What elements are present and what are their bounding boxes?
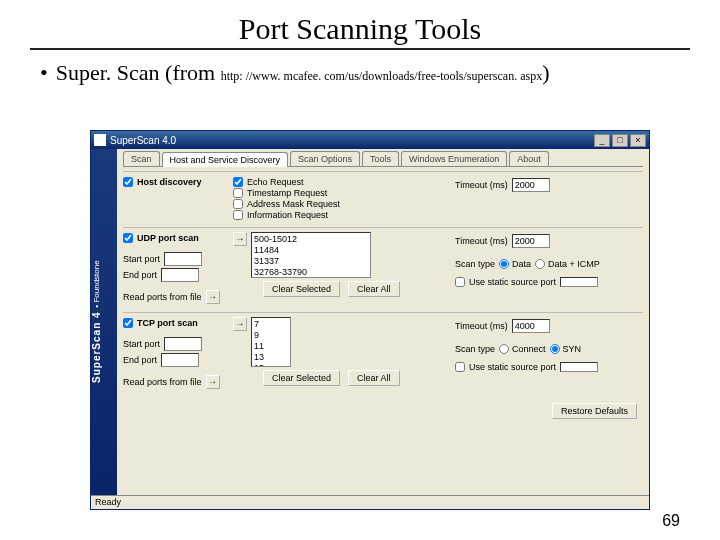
udp-end-label: End port: [123, 270, 157, 280]
maximize-button[interactable]: □: [612, 134, 628, 147]
udp-readfile-label: Read ports from file: [123, 292, 202, 302]
tcp-source-port-input[interactable]: [560, 362, 598, 372]
brand-sidebar: SuperScan 4 • Foundstone: [91, 149, 117, 495]
tcp-scan-checkbox[interactable]: TCP port scan: [123, 318, 233, 328]
divider: [30, 48, 690, 50]
tcp-readfile-button[interactable]: →: [206, 375, 220, 389]
tcp-timeout-input[interactable]: [512, 319, 550, 333]
page-number: 69: [662, 512, 680, 530]
udp-radio-data[interactable]: Data: [499, 259, 531, 269]
udp-start-input[interactable]: [164, 252, 202, 266]
host-discovery-section: Host discovery Echo Request Timestamp Re…: [123, 171, 643, 227]
close-button[interactable]: ×: [630, 134, 646, 147]
udp-timeout-input[interactable]: [512, 234, 550, 248]
tcp-section: TCP port scan Start port End port Read p…: [123, 312, 643, 397]
bullet-url: http: //www. mcafee. com/us/downloads/fr…: [221, 69, 542, 83]
tcp-scan-label: TCP port scan: [137, 318, 198, 328]
udp-clear-all-button[interactable]: Clear All: [348, 281, 400, 297]
udp-scan-label: UDP port scan: [137, 233, 199, 243]
tcp-start-input[interactable]: [164, 337, 202, 351]
tcp-scantype-label: Scan type: [455, 344, 495, 354]
host-discovery-check[interactable]: [123, 177, 133, 187]
echo-request-checkbox[interactable]: Echo Request: [233, 177, 443, 187]
information-request-checkbox[interactable]: Information Request: [233, 210, 443, 220]
tcp-radio-connect[interactable]: Connect: [499, 344, 546, 354]
udp-section: UDP port scan Start port End port Read p…: [123, 227, 643, 312]
timestamp-request-checkbox[interactable]: Timestamp Request: [233, 188, 443, 198]
tab-about[interactable]: About: [509, 151, 549, 166]
status-text: Ready: [95, 497, 121, 507]
app-window: SuperScan 4.0 _ □ × SuperScan 4 • Founds…: [90, 130, 650, 510]
host-timeout-input[interactable]: [512, 178, 550, 192]
udp-end-input[interactable]: [161, 268, 199, 282]
udp-start-label: Start port: [123, 254, 160, 264]
udp-port-list[interactable]: 500-15012 11484 31337 32768-33790 34555: [251, 232, 371, 278]
tcp-readfile-label: Read ports from file: [123, 377, 202, 387]
udp-radio-icmp[interactable]: Data + ICMP: [535, 259, 600, 269]
tcp-timeout-label: Timeout (ms): [455, 321, 508, 331]
tcp-clear-selected-button[interactable]: Clear Selected: [263, 370, 340, 386]
brand-sub: •: [92, 303, 101, 308]
tcp-radio-syn[interactable]: SYN: [550, 344, 582, 354]
tcp-source-port-checkbox[interactable]: Use static source port: [455, 362, 643, 372]
tcp-port-list[interactable]: 7 9 11 13 15: [251, 317, 291, 367]
tab-windows-enum[interactable]: Windows Enumeration: [401, 151, 507, 166]
udp-clear-selected-button[interactable]: Clear Selected: [263, 281, 340, 297]
udp-timeout-label: Timeout (ms): [455, 236, 508, 246]
tab-scan-options[interactable]: Scan Options: [290, 151, 360, 166]
udp-readfile-button[interactable]: →: [206, 290, 220, 304]
tab-host-discovery[interactable]: Host and Service Discovery: [162, 152, 289, 167]
bullet-dot: •: [40, 60, 48, 85]
bullet-line: •Super. Scan (from http: //www. mcafee. …: [40, 60, 690, 86]
bullet-suffix: ): [542, 60, 549, 85]
host-timeout-label: Timeout (ms): [455, 180, 508, 190]
window-title: SuperScan 4.0: [110, 135, 176, 146]
app-icon: [94, 134, 106, 146]
host-discovery-checkbox[interactable]: Host discovery: [123, 177, 233, 187]
tcp-add-button[interactable]: →: [233, 317, 247, 331]
udp-add-button[interactable]: →: [233, 232, 247, 246]
restore-defaults-button[interactable]: Restore Defaults: [552, 403, 637, 419]
udp-scan-checkbox[interactable]: UDP port scan: [123, 233, 233, 243]
host-discovery-label: Host discovery: [137, 177, 202, 187]
titlebar: SuperScan 4.0 _ □ ×: [91, 131, 649, 149]
brand-main: SuperScan 4: [91, 312, 102, 384]
tab-strip: Scan Host and Service Discovery Scan Opt…: [123, 151, 643, 167]
udp-scantype-label: Scan type: [455, 259, 495, 269]
tab-scan[interactable]: Scan: [123, 151, 160, 166]
bullet-text: Super. Scan (from: [56, 60, 221, 85]
address-mask-checkbox[interactable]: Address Mask Request: [233, 199, 443, 209]
tcp-end-input[interactable]: [161, 353, 199, 367]
tcp-start-label: Start port: [123, 339, 160, 349]
tcp-end-label: End port: [123, 355, 157, 365]
slide-title: Port Scanning Tools: [30, 12, 690, 46]
status-bar: Ready: [91, 495, 649, 509]
udp-source-port-input[interactable]: [560, 277, 598, 287]
tab-tools[interactable]: Tools: [362, 151, 399, 166]
minimize-button[interactable]: _: [594, 134, 610, 147]
udp-source-port-checkbox[interactable]: Use static source port: [455, 277, 643, 287]
tcp-clear-all-button[interactable]: Clear All: [348, 370, 400, 386]
brand-sub-text: Foundstone: [92, 261, 101, 303]
